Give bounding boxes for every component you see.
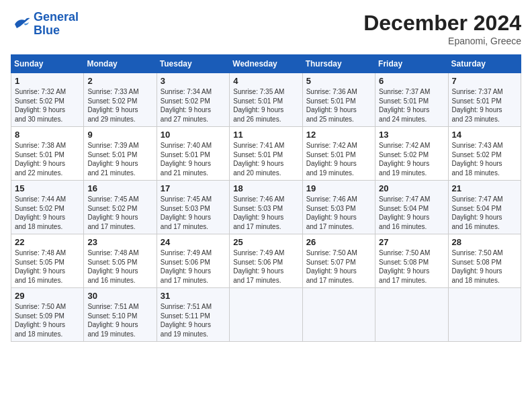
calendar-cell: 11Sunrise: 7:41 AM Sunset: 5:01 PM Dayli… xyxy=(230,127,302,181)
calendar-cell: 29Sunrise: 7:50 AM Sunset: 5:09 PM Dayli… xyxy=(11,288,84,342)
day-number: 5 xyxy=(306,76,371,86)
day-number: 8 xyxy=(15,130,80,140)
day-info: Sunrise: 7:32 AM Sunset: 5:02 PM Dayligh… xyxy=(15,87,80,124)
day-info: Sunrise: 7:44 AM Sunset: 5:02 PM Dayligh… xyxy=(15,195,80,231)
title-block: December 2024 Epanomi, Greece xyxy=(363,11,521,46)
day-info: Sunrise: 7:42 AM Sunset: 5:02 PM Dayligh… xyxy=(379,141,444,177)
calendar-cell: 23Sunrise: 7:48 AM Sunset: 5:05 PM Dayli… xyxy=(84,234,157,288)
day-info: Sunrise: 7:35 AM Sunset: 5:01 PM Dayligh… xyxy=(233,87,298,124)
calendar-cell: 13Sunrise: 7:42 AM Sunset: 5:02 PM Dayli… xyxy=(375,127,448,181)
calendar-cell: 17Sunrise: 7:45 AM Sunset: 5:03 PM Dayli… xyxy=(157,181,229,234)
day-number: 31 xyxy=(161,291,226,301)
calendar-cell: 24Sunrise: 7:49 AM Sunset: 5:06 PM Dayli… xyxy=(157,234,229,288)
day-number: 4 xyxy=(233,76,298,86)
day-number: 26 xyxy=(306,237,371,247)
logo-text: General Blue xyxy=(34,11,79,38)
day-info: Sunrise: 7:41 AM Sunset: 5:01 PM Dayligh… xyxy=(233,141,298,177)
day-info: Sunrise: 7:51 AM Sunset: 5:10 PM Dayligh… xyxy=(87,302,152,338)
calendar-cell xyxy=(375,288,448,342)
logo-line1: General xyxy=(34,11,79,24)
day-info: Sunrise: 7:40 AM Sunset: 5:01 PM Dayligh… xyxy=(161,141,226,177)
day-number: 27 xyxy=(379,237,444,247)
header-wednesday: Wednesday xyxy=(230,55,302,73)
day-info: Sunrise: 7:38 AM Sunset: 5:01 PM Dayligh… xyxy=(15,141,80,177)
calendar-cell: 25Sunrise: 7:49 AM Sunset: 5:06 PM Dayli… xyxy=(230,234,302,288)
logo-icon xyxy=(11,14,31,34)
calendar-cell: 28Sunrise: 7:50 AM Sunset: 5:08 PM Dayli… xyxy=(448,234,521,288)
day-info: Sunrise: 7:37 AM Sunset: 5:01 PM Dayligh… xyxy=(379,87,444,124)
day-info: Sunrise: 7:48 AM Sunset: 5:05 PM Dayligh… xyxy=(87,248,152,285)
calendar-cell xyxy=(448,288,521,342)
day-number: 2 xyxy=(87,76,152,86)
day-number: 30 xyxy=(87,291,152,301)
day-number: 17 xyxy=(161,183,226,193)
calendar-week-4: 22Sunrise: 7:48 AM Sunset: 5:05 PM Dayli… xyxy=(11,234,521,288)
calendar-cell xyxy=(230,288,302,342)
calendar-cell: 6Sunrise: 7:37 AM Sunset: 5:01 PM Daylig… xyxy=(375,73,448,127)
day-info: Sunrise: 7:51 AM Sunset: 5:11 PM Dayligh… xyxy=(161,302,226,338)
day-info: Sunrise: 7:42 AM Sunset: 5:01 PM Dayligh… xyxy=(306,141,371,177)
day-number: 25 xyxy=(233,237,298,247)
calendar-cell: 2Sunrise: 7:33 AM Sunset: 5:02 PM Daylig… xyxy=(84,73,157,127)
day-number: 12 xyxy=(306,130,371,140)
day-number: 16 xyxy=(87,183,152,193)
day-number: 3 xyxy=(161,76,226,86)
calendar-week-1: 1Sunrise: 7:32 AM Sunset: 5:02 PM Daylig… xyxy=(11,73,521,127)
calendar-cell: 16Sunrise: 7:45 AM Sunset: 5:02 PM Dayli… xyxy=(84,181,157,234)
day-number: 10 xyxy=(161,130,226,140)
day-number: 7 xyxy=(452,76,517,86)
calendar-cell: 14Sunrise: 7:43 AM Sunset: 5:02 PM Dayli… xyxy=(448,127,521,181)
day-number: 1 xyxy=(15,76,80,86)
calendar-cell: 18Sunrise: 7:46 AM Sunset: 5:03 PM Dayli… xyxy=(230,181,302,234)
day-info: Sunrise: 7:50 AM Sunset: 5:08 PM Dayligh… xyxy=(452,248,517,285)
day-number: 21 xyxy=(452,183,517,193)
day-info: Sunrise: 7:50 AM Sunset: 5:07 PM Dayligh… xyxy=(306,248,371,285)
day-number: 20 xyxy=(379,183,444,193)
day-info: Sunrise: 7:49 AM Sunset: 5:06 PM Dayligh… xyxy=(233,248,298,285)
day-number: 23 xyxy=(87,237,152,247)
calendar-cell: 5Sunrise: 7:36 AM Sunset: 5:01 PM Daylig… xyxy=(302,73,375,127)
calendar-cell: 19Sunrise: 7:46 AM Sunset: 5:03 PM Dayli… xyxy=(302,181,375,234)
calendar-cell: 4Sunrise: 7:35 AM Sunset: 5:01 PM Daylig… xyxy=(230,73,302,127)
day-number: 28 xyxy=(452,237,517,247)
calendar-cell: 26Sunrise: 7:50 AM Sunset: 5:07 PM Dayli… xyxy=(302,234,375,288)
logo: General Blue xyxy=(11,11,79,38)
calendar-week-3: 15Sunrise: 7:44 AM Sunset: 5:02 PM Dayli… xyxy=(11,181,521,234)
calendar-header-row: SundayMondayTuesdayWednesdayThursdayFrid… xyxy=(11,55,521,73)
day-number: 18 xyxy=(233,183,298,193)
day-info: Sunrise: 7:39 AM Sunset: 5:01 PM Dayligh… xyxy=(87,141,152,177)
calendar-cell: 22Sunrise: 7:48 AM Sunset: 5:05 PM Dayli… xyxy=(11,234,84,288)
day-number: 11 xyxy=(233,130,298,140)
day-number: 24 xyxy=(161,237,226,247)
day-info: Sunrise: 7:46 AM Sunset: 5:03 PM Dayligh… xyxy=(306,195,371,231)
calendar-cell: 3Sunrise: 7:34 AM Sunset: 5:02 PM Daylig… xyxy=(157,73,229,127)
page-header: General Blue December 2024 Epanomi, Gree… xyxy=(11,11,521,46)
day-info: Sunrise: 7:48 AM Sunset: 5:05 PM Dayligh… xyxy=(15,248,80,285)
calendar-week-5: 29Sunrise: 7:50 AM Sunset: 5:09 PM Dayli… xyxy=(11,288,521,342)
day-info: Sunrise: 7:43 AM Sunset: 5:02 PM Dayligh… xyxy=(452,141,517,177)
header-monday: Monday xyxy=(84,55,157,73)
calendar-cell: 1Sunrise: 7:32 AM Sunset: 5:02 PM Daylig… xyxy=(11,73,84,127)
calendar-table: SundayMondayTuesdayWednesdayThursdayFrid… xyxy=(11,54,521,342)
header-sunday: Sunday xyxy=(11,55,84,73)
calendar-cell xyxy=(302,288,375,342)
month-title: December 2024 xyxy=(363,11,521,36)
day-info: Sunrise: 7:45 AM Sunset: 5:02 PM Dayligh… xyxy=(87,195,152,231)
calendar-cell: 20Sunrise: 7:47 AM Sunset: 5:04 PM Dayli… xyxy=(375,181,448,234)
day-info: Sunrise: 7:50 AM Sunset: 5:08 PM Dayligh… xyxy=(379,248,444,285)
day-number: 29 xyxy=(15,291,80,301)
calendar-cell: 30Sunrise: 7:51 AM Sunset: 5:10 PM Dayli… xyxy=(84,288,157,342)
header-thursday: Thursday xyxy=(302,55,375,73)
day-number: 15 xyxy=(15,183,80,193)
day-number: 9 xyxy=(87,130,152,140)
calendar-cell: 10Sunrise: 7:40 AM Sunset: 5:01 PM Dayli… xyxy=(157,127,229,181)
header-friday: Friday xyxy=(375,55,448,73)
header-saturday: Saturday xyxy=(448,55,521,73)
day-number: 6 xyxy=(379,76,444,86)
calendar-week-2: 8Sunrise: 7:38 AM Sunset: 5:01 PM Daylig… xyxy=(11,127,521,181)
day-info: Sunrise: 7:36 AM Sunset: 5:01 PM Dayligh… xyxy=(306,87,371,124)
day-info: Sunrise: 7:47 AM Sunset: 5:04 PM Dayligh… xyxy=(379,195,444,231)
calendar-cell: 7Sunrise: 7:37 AM Sunset: 5:01 PM Daylig… xyxy=(448,73,521,127)
logo-line2: Blue xyxy=(34,24,79,38)
day-number: 13 xyxy=(379,130,444,140)
